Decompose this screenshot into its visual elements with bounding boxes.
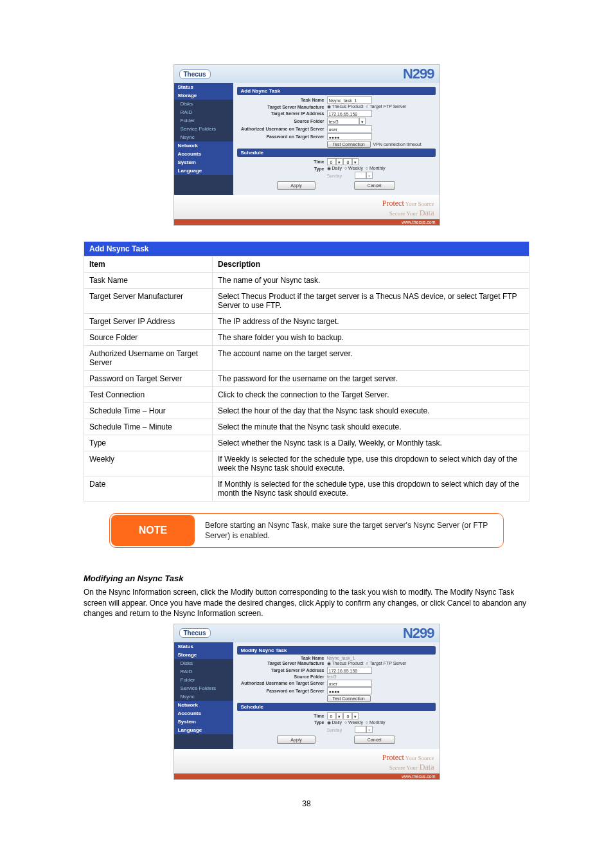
radio-ftp[interactable]: ○ Target FTP Server xyxy=(366,104,406,109)
user-input[interactable]: user xyxy=(327,125,372,132)
product-name: N299 xyxy=(403,625,434,642)
sidebar-status[interactable]: Status xyxy=(174,83,233,91)
chevron-down-icon[interactable]: ▾ xyxy=(352,158,359,165)
table-row: Schedule Time – MinuteSelect the minute … xyxy=(84,419,529,435)
sidebar-accounts[interactable]: Accounts xyxy=(174,709,233,718)
sidebar-item-raid[interactable]: RAID xyxy=(174,667,233,676)
source-folder-label: Source Folder xyxy=(237,674,327,679)
note-badge: NOTE xyxy=(111,515,195,546)
pass-input[interactable]: ●●●● xyxy=(327,133,372,140)
type-label: Type xyxy=(237,720,327,725)
sidebar-language[interactable]: Language xyxy=(174,726,233,734)
sidebar-item-nsync[interactable]: Nsync xyxy=(174,133,233,141)
sidebar-item-service-folders[interactable]: Service Folders xyxy=(174,125,233,133)
table-row: Test ConnectionClick to check the connec… xyxy=(84,387,529,403)
schedule-title: Schedule xyxy=(237,703,436,711)
source-folder-label: Source Folder xyxy=(237,119,327,123)
schedule-title: Schedule xyxy=(237,149,436,157)
radio-weekly[interactable]: ○ Weekly xyxy=(344,166,363,170)
radio-daily[interactable]: ◉ Daily xyxy=(327,166,342,170)
weekday-label: Sunday xyxy=(327,728,342,732)
sidebar-network[interactable]: Network xyxy=(174,141,233,150)
sidebar-item-folder[interactable]: Folder xyxy=(174,116,233,125)
logo: Thecus xyxy=(179,628,211,638)
sidebar-status[interactable]: Status xyxy=(174,642,233,651)
sidebar-language[interactable]: Language xyxy=(174,167,233,175)
cancel-button[interactable]: Cancel xyxy=(354,736,395,744)
sidebar-item-folder[interactable]: Folder xyxy=(174,676,233,684)
sidebar-item-disks[interactable]: Disks xyxy=(174,100,233,108)
ip-label: Target Server IP Address xyxy=(237,111,327,116)
sidebar-item-nsync[interactable]: Nsync xyxy=(174,692,233,701)
date-select[interactable] xyxy=(355,172,366,179)
sidebar-accounts[interactable]: Accounts xyxy=(174,150,233,158)
task-name-value: Nsync_task_1 xyxy=(327,656,355,660)
user-label: Authorized Username on Target Server xyxy=(237,681,327,685)
radio-daily[interactable]: ◉ Daily xyxy=(327,720,342,725)
apply-button[interactable]: Apply xyxy=(277,181,315,190)
time-hour-select[interactable]: 0 xyxy=(327,712,336,719)
col-item: Item xyxy=(84,257,213,273)
col-desc: Description xyxy=(213,257,529,273)
source-folder-value: test3 xyxy=(327,674,337,679)
page-number: 38 xyxy=(84,799,529,808)
sidebar-item-raid[interactable]: RAID xyxy=(174,108,233,116)
task-name-input[interactable]: Nsync_task_1 xyxy=(327,96,372,104)
screenshot-modify-nsync: Thecus N299 Status Storage Disks RAID Fo… xyxy=(173,624,440,780)
chevron-down-icon[interactable]: ▾ xyxy=(336,712,342,719)
note-text: Before starting an Nsync Task, make sure… xyxy=(196,514,503,547)
table-row: TypeSelect whether the Nsync task is a D… xyxy=(84,435,529,451)
sidebar-network[interactable]: Network xyxy=(174,701,233,709)
radio-ftp[interactable]: ○ Target FTP Server xyxy=(366,661,406,665)
time-min-select[interactable]: 0 xyxy=(343,158,352,165)
chevron-down-icon[interactable]: ▾ xyxy=(366,726,373,733)
chevron-down-icon[interactable]: ▾ xyxy=(359,118,366,125)
time-label: Time xyxy=(237,714,327,718)
ip-input[interactable]: 172.16.65.158 xyxy=(327,110,372,117)
footer-tagline: Protect Your Source Secure Your Data xyxy=(174,195,440,219)
manufacture-label: Target Server Manufacture xyxy=(237,661,327,665)
date-select[interactable] xyxy=(355,726,366,733)
chevron-down-icon[interactable]: ▾ xyxy=(352,712,359,719)
user-input[interactable]: user xyxy=(327,680,372,687)
radio-thecus[interactable]: ◉ Thecus Product xyxy=(327,661,364,665)
pass-label: Password on Target Server xyxy=(237,689,327,693)
product-name: N299 xyxy=(403,66,434,82)
sidebar-system[interactable]: System xyxy=(174,158,233,167)
ip-label: Target Server IP Address xyxy=(237,668,327,673)
panel-title: Add Nsync Task xyxy=(237,87,436,95)
test-connection-button[interactable]: Test Connection xyxy=(327,695,371,702)
radio-weekly[interactable]: ○ Weekly xyxy=(344,720,363,725)
footer-url: www.thecus.com xyxy=(174,773,440,779)
radio-thecus[interactable]: ◉ Thecus Product xyxy=(327,104,364,109)
panel-title: Modify Nsync Task xyxy=(237,646,436,655)
weekday-label: Sunday xyxy=(327,174,342,178)
test-connection-button[interactable]: Test Connection xyxy=(327,141,371,148)
sidebar-system[interactable]: System xyxy=(174,718,233,726)
chevron-down-icon[interactable]: ▾ xyxy=(366,172,373,179)
chevron-down-icon[interactable]: ▾ xyxy=(336,158,342,165)
radio-monthly[interactable]: ○ Monthly xyxy=(366,720,386,725)
note-callout: NOTE Before starting an Nsync Task, make… xyxy=(109,513,504,548)
vpn-status: VPN connection timeout xyxy=(373,142,422,147)
pass-input[interactable]: ●●●● xyxy=(327,687,372,694)
radio-monthly[interactable]: ○ Monthly xyxy=(366,166,386,170)
sidebar-storage[interactable]: Storage xyxy=(174,91,233,100)
sidebar-item-disks[interactable]: Disks xyxy=(174,659,233,667)
apply-button[interactable]: Apply xyxy=(277,736,315,744)
add-nsync-table: Add Nsync Task Item Description Task Nam… xyxy=(84,241,529,502)
sidebar-storage[interactable]: Storage xyxy=(174,651,233,659)
source-folder-select[interactable]: test3 xyxy=(327,118,359,125)
time-min-select[interactable]: 0 xyxy=(343,712,352,719)
logo: Thecus xyxy=(179,69,211,79)
cancel-button[interactable]: Cancel xyxy=(354,181,395,190)
table-row: WeeklyIf Weekly is selected for the sche… xyxy=(84,451,529,476)
time-hour-select[interactable]: 0 xyxy=(327,158,336,165)
table-row: Source FolderThe share folder you wish t… xyxy=(84,330,529,346)
sidebar: Status Storage Disks RAID Folder Service… xyxy=(174,642,233,749)
sidebar: Status Storage Disks RAID Folder Service… xyxy=(174,83,233,195)
ip-input[interactable]: 172.16.65.158 xyxy=(327,667,372,674)
table-row: Target Server ManufacturerSelect Thecus … xyxy=(84,289,529,314)
footer-url: www.thecus.com xyxy=(174,219,440,225)
sidebar-item-service-folders[interactable]: Service Folders xyxy=(174,684,233,692)
